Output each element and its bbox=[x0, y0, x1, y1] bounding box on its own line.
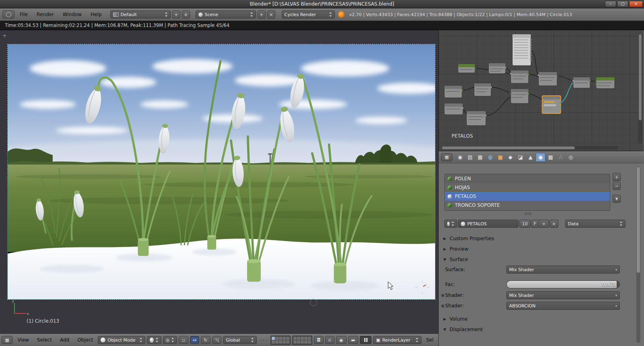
tab-particles[interactable]: ∴ bbox=[556, 153, 566, 162]
panel-displacement[interactable]: ▼ Displacement bbox=[441, 325, 619, 334]
lock-button[interactable]: ◘ bbox=[314, 336, 323, 344]
layer-cell[interactable] bbox=[308, 340, 311, 344]
unlink-material-button[interactable]: × bbox=[549, 220, 558, 228]
light-path-node[interactable] bbox=[512, 34, 532, 66]
material-link-select[interactable]: Data bbox=[565, 220, 625, 228]
material-specials-button[interactable]: ▼ bbox=[613, 195, 621, 203]
material-slot-row[interactable]: HOJAS bbox=[445, 183, 610, 192]
render-layer-select[interactable]: ▣ RenderLayer bbox=[373, 336, 421, 344]
layer-cell[interactable] bbox=[275, 337, 279, 340]
browse-material-button[interactable] bbox=[444, 220, 457, 228]
add-menu[interactable]: Add bbox=[57, 337, 72, 343]
layer-cell[interactable] bbox=[283, 337, 286, 340]
material-slot-list[interactable]: POLEN HOJAS PETALOS TRONCO SOPORTE bbox=[444, 174, 610, 211]
layer-cell[interactable] bbox=[297, 340, 300, 344]
viewport-shading-select[interactable] bbox=[147, 336, 161, 344]
users-count-button[interactable]: 10 bbox=[519, 220, 530, 228]
panel-volume[interactable]: ▶ Volume bbox=[441, 315, 619, 323]
viewport-3d[interactable]: + bbox=[0, 30, 439, 346]
file-menu[interactable]: File bbox=[16, 12, 31, 17]
tab-render[interactable]: ◉ bbox=[455, 153, 465, 162]
window-menu[interactable]: Window bbox=[59, 12, 85, 17]
minimize-button[interactable]: – bbox=[605, 1, 616, 7]
tab-physics[interactable]: ◎ bbox=[566, 153, 576, 162]
object-menu[interactable]: Object bbox=[74, 337, 96, 343]
layer-cell[interactable] bbox=[304, 340, 308, 344]
layer-cell[interactable] bbox=[293, 337, 297, 340]
editor-type-button[interactable]: ▦ bbox=[2, 336, 12, 344]
layer-cell[interactable] bbox=[279, 340, 282, 344]
screen-layout-select[interactable]: Default bbox=[110, 10, 171, 19]
panel-custom-properties[interactable]: ▶ Custom Properties bbox=[441, 234, 619, 243]
snap-magnet-toggle[interactable]: ∩ bbox=[325, 336, 334, 344]
node-editor-vscrollbar[interactable] bbox=[638, 33, 642, 144]
tab-world[interactable]: ◍ bbox=[485, 153, 495, 162]
add-material-slot-button[interactable]: + bbox=[613, 173, 621, 181]
layer-cell[interactable] bbox=[286, 337, 289, 340]
material-output-node[interactable] bbox=[595, 77, 615, 89]
properties-vscrollbar[interactable] bbox=[636, 167, 640, 343]
manipulator-translate-toggle[interactable]: ↔ bbox=[190, 336, 199, 344]
layer-cell[interactable] bbox=[286, 340, 289, 344]
layer-cell[interactable] bbox=[301, 340, 304, 344]
mode-select[interactable]: Object Mode bbox=[98, 336, 145, 344]
pause-render-button[interactable] bbox=[360, 336, 372, 344]
region-expand-icon[interactable]: + bbox=[2, 33, 7, 39]
manipulator-widget[interactable] bbox=[310, 299, 317, 306]
expand-shader-icon[interactable]: ⊕ bbox=[440, 293, 445, 298]
pivot-align-toggle[interactable]: ▫ bbox=[179, 336, 188, 344]
fake-user-button[interactable]: F bbox=[531, 220, 539, 228]
remove-material-slot-button[interactable]: − bbox=[613, 182, 621, 190]
material-slot-row-selected[interactable]: PETALOS bbox=[445, 192, 610, 201]
selected-node[interactable] bbox=[541, 96, 561, 113]
shader1-select[interactable]: Mix Shader ▾ bbox=[506, 291, 620, 299]
material-slot-row[interactable]: TRONCO SOPORTE bbox=[445, 201, 610, 210]
shader-node[interactable] bbox=[444, 103, 464, 115]
transform-orientation-select[interactable]: Global bbox=[223, 336, 257, 344]
layer-cell[interactable] bbox=[308, 337, 311, 340]
manipulator-scale-toggle[interactable]: ◹ bbox=[212, 336, 221, 344]
shader-node[interactable] bbox=[538, 72, 558, 86]
shader-node[interactable] bbox=[474, 83, 492, 96]
shader-node[interactable] bbox=[444, 86, 463, 98]
layer-cell[interactable] bbox=[304, 337, 308, 340]
panel-surface[interactable]: ▼ Surface bbox=[441, 255, 619, 264]
close-button[interactable]: × bbox=[629, 1, 643, 7]
shader-node[interactable] bbox=[510, 70, 529, 83]
tab-render-layers[interactable]: ▤ bbox=[465, 153, 475, 162]
layer-cell[interactable] bbox=[283, 340, 286, 344]
layer-cell[interactable] bbox=[272, 337, 275, 340]
surface-shader-select[interactable]: Mix Shader ▾ bbox=[506, 266, 620, 274]
maximize-button[interactable]: ▢ bbox=[617, 1, 628, 7]
shader-node[interactable] bbox=[466, 111, 487, 126]
delete-scene-button[interactable]: × bbox=[267, 10, 275, 19]
editor-type-button[interactable]: ▦ bbox=[441, 153, 452, 161]
editor-type-button[interactable] bbox=[2, 10, 14, 19]
add-layout-button[interactable]: + bbox=[172, 10, 180, 19]
layer-cell[interactable] bbox=[293, 340, 297, 344]
material-slot-row[interactable]: POLEN bbox=[445, 174, 610, 183]
shader-node[interactable] bbox=[572, 77, 591, 88]
opengl-render-button[interactable]: ◉ bbox=[336, 336, 346, 344]
manipulator-rotate-toggle[interactable]: ↻ bbox=[201, 336, 210, 344]
scene-select[interactable]: Scene bbox=[196, 10, 256, 19]
node-editor-hscrollbar[interactable] bbox=[441, 146, 618, 150]
node-editor[interactable]: PETALOS ◂ bbox=[439, 30, 644, 151]
render-engine-select[interactable]: Cycles Render bbox=[282, 10, 335, 19]
layer-grid[interactable] bbox=[292, 336, 312, 345]
help-menu[interactable]: Help bbox=[87, 12, 105, 17]
panel-preview[interactable]: ▶ Preview bbox=[441, 245, 619, 253]
tab-scene[interactable]: ▦ bbox=[475, 153, 485, 162]
tab-modifiers[interactable]: ◪ bbox=[516, 153, 525, 162]
tab-material[interactable]: ◉ bbox=[536, 153, 545, 162]
list-resize-grip[interactable]: ≡≡ bbox=[524, 211, 531, 216]
select-menu[interactable]: Select bbox=[34, 337, 55, 343]
tab-texture[interactable]: ▩ bbox=[546, 153, 555, 162]
tab-constraints[interactable]: ◆ bbox=[506, 153, 515, 162]
shader-node[interactable] bbox=[510, 89, 529, 103]
opengl-animation-button[interactable]: ▬ bbox=[348, 336, 358, 344]
add-scene-button[interactable]: + bbox=[258, 10, 266, 19]
layer-grid[interactable] bbox=[270, 336, 291, 345]
tab-object-data[interactable]: ▲ bbox=[526, 153, 535, 162]
view-menu[interactable]: View bbox=[14, 337, 32, 343]
